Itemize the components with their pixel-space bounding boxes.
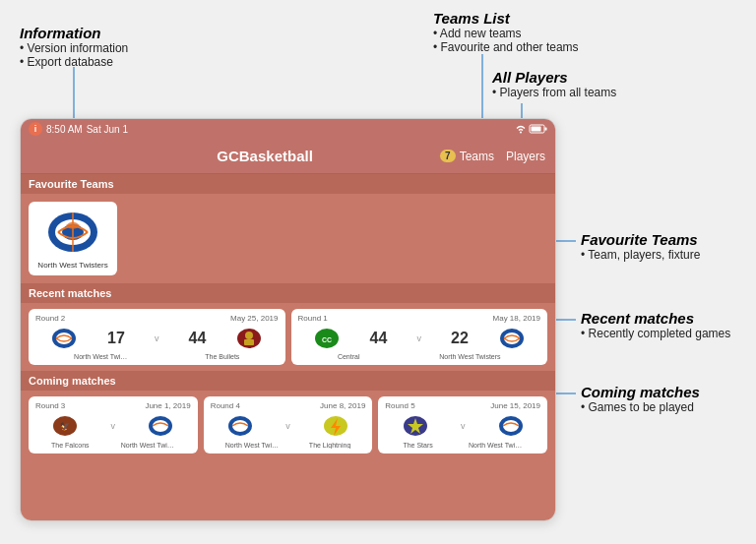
annotation-coming-b1: • Games to be played — [581, 400, 700, 414]
coming2-names: North West Twisters The Lightning — [211, 442, 366, 449]
twisters-logo — [43, 208, 102, 257]
annotation-information-b2: • Export database — [20, 55, 128, 69]
coming1-teams: 🦅 v — [35, 414, 191, 438]
svg-point-14 — [56, 332, 72, 344]
coming1-date: June 1, 2019 — [145, 401, 190, 410]
svg-text:CC: CC — [321, 336, 331, 343]
annotation-teams-list: Teams List • Add new teams • Favourite a… — [433, 10, 579, 54]
info-icon[interactable]: i — [29, 122, 42, 136]
annotation-teams-list-title: Teams List — [433, 10, 579, 27]
coming2-date: June 8, 2019 — [320, 401, 365, 410]
nav-players-tab[interactable]: Players — [506, 150, 545, 163]
annotation-fav-teams-title: Favourite Teams — [581, 231, 700, 248]
annotation-teams-list-b1: • Add new teams — [433, 27, 579, 40]
match2-away-logo — [498, 327, 526, 350]
match1-away-score: 44 — [189, 330, 207, 347]
coming3-names: The Stars North West Twisters — [385, 442, 540, 449]
svg-point-27 — [232, 420, 248, 432]
coming1-header: Round 3 June 1, 2019 — [35, 401, 191, 410]
section-recent-matches: Recent matches — [21, 283, 555, 303]
match2-round: Round 1 — [298, 314, 328, 323]
recent-matches-list: Round 2 May 25, 2019 17 v 44 — [21, 303, 555, 371]
coming1-away-name: North West Twisters — [121, 442, 175, 449]
coming2-away-logo — [322, 414, 349, 438]
annotation-coming-matches: Coming matches • Games to be played — [581, 384, 700, 414]
coming2-away-name: The Lightning — [309, 442, 350, 449]
nav-title: GCBasketball — [217, 148, 313, 164]
coming3-teams: v — [385, 414, 540, 438]
coming3-away-logo — [497, 414, 525, 438]
nav-badge: 7 — [440, 150, 456, 162]
annotation-information-b1: • Version information — [20, 41, 128, 55]
annotation-recent-matches: Recent matches • Recently completed game… — [581, 310, 730, 340]
annotation-coming-title: Coming matches — [581, 384, 700, 400]
fav-team-name: North West Twisters — [34, 261, 111, 270]
annotation-all-players-b1: • Players from all teams — [492, 86, 616, 99]
match1-vs: v — [155, 333, 159, 343]
coming3-header: Round 5 June 15, 2019 — [385, 401, 540, 410]
status-time: 8:50 AM — [46, 124, 83, 135]
coming2-header: Round 4 June 8, 2019 — [211, 401, 366, 410]
coming1-names: The Falcons North West Twisters — [35, 442, 191, 449]
coming1-round: Round 3 — [35, 401, 65, 410]
status-left: i 8:50 AM Sat Jun 1 — [29, 122, 128, 136]
coming3-home-logo — [402, 414, 429, 438]
svg-rect-7 — [545, 128, 547, 131]
nav-right: 7 Teams Players — [440, 150, 545, 163]
battery-icon — [530, 124, 547, 134]
recent-match-card-1[interactable]: Round 2 May 25, 2019 17 v 44 — [29, 309, 285, 365]
match1-home-score: 17 — [107, 330, 125, 347]
annotation-recent-title: Recent matches — [581, 310, 730, 327]
fav-team-card[interactable]: North West Twisters — [29, 202, 117, 275]
coming1-home-logo: 🦅 — [51, 414, 79, 438]
coming2-home-logo — [226, 414, 254, 438]
match2-header: Round 1 May 18, 2019 — [298, 314, 541, 323]
annotation-all-players: All Players • Players from all teams — [492, 69, 616, 99]
status-right — [515, 124, 547, 134]
match1-home-logo — [50, 327, 78, 350]
coming3-vs: v — [461, 421, 466, 431]
coming-match-card-2[interactable]: Round 4 June 8, 2019 v — [204, 396, 373, 453]
coming1-away-logo — [147, 414, 174, 438]
match1-away-name: The Bullets — [205, 353, 239, 360]
coming1-vs: v — [111, 421, 116, 431]
coming2-home-name: North West Twisters — [225, 442, 280, 449]
match2-teams: CC 44 v 22 — [298, 327, 541, 350]
coming3-home-name: The Stars — [403, 442, 432, 449]
annotation-fav-teams-b1: • Team, players, fixture — [581, 248, 700, 262]
coming2-vs: v — [285, 421, 290, 431]
match2-date: May 18, 2019 — [493, 314, 540, 323]
coming-match-card-1[interactable]: Round 3 June 1, 2019 🦅 v — [29, 396, 198, 453]
nav-teams-tab[interactable]: Teams — [460, 150, 494, 163]
match2-away-score: 22 — [451, 330, 469, 347]
svg-rect-8 — [532, 127, 541, 132]
svg-text:🦅: 🦅 — [60, 421, 70, 431]
coming3-away-name: North West Twisters — [469, 442, 523, 449]
match1-away-logo — [235, 327, 263, 350]
annotation-information-title: Information — [20, 25, 128, 41]
wifi-icon — [515, 124, 527, 134]
annotation-teams-list-b2: • Favourite and other teams — [433, 40, 579, 54]
match2-home-score: 44 — [370, 330, 388, 347]
section-coming-matches: Coming matches — [21, 371, 555, 391]
match1-header: Round 2 May 25, 2019 — [35, 314, 279, 323]
coming3-date: June 15, 2019 — [490, 401, 540, 410]
svg-point-21 — [504, 332, 520, 344]
match2-names: Central North West Twisters — [298, 353, 541, 360]
nav-bar: GCBasketball 7 Teams Players — [21, 139, 555, 174]
annotation-recent-b1: • Recently completed games — [581, 327, 730, 340]
match1-round: Round 2 — [35, 314, 65, 323]
phone-frame: i 8:50 AM Sat Jun 1 GCBasketball 7 Teams — [20, 118, 556, 521]
match2-away-name: North West Twisters — [439, 353, 500, 360]
recent-match-card-2[interactable]: Round 1 May 18, 2019 CC 44 v 22 — [291, 309, 548, 365]
coming-match-card-3[interactable]: Round 5 June 15, 2019 v — [378, 396, 547, 453]
svg-point-25 — [153, 420, 168, 432]
match1-names: North West Twisters The Bullets — [35, 353, 279, 360]
coming-matches-list: Round 3 June 1, 2019 🦅 v — [21, 391, 555, 459]
svg-point-33 — [503, 420, 519, 432]
match1-home-name: North West Twisters — [74, 353, 128, 360]
match2-home-logo: CC — [313, 327, 341, 350]
match2-vs: v — [416, 333, 421, 343]
match2-home-name: Central — [338, 353, 360, 360]
coming2-teams: v — [211, 414, 366, 438]
